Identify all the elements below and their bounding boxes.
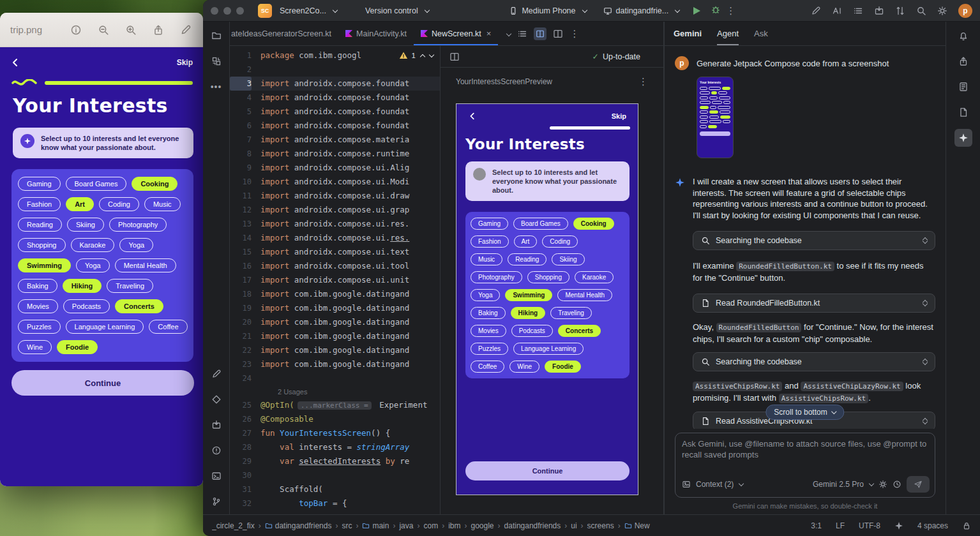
editor-more-icon[interactable]: ⋮	[569, 28, 579, 40]
preview-more-icon[interactable]: ⋮	[638, 76, 648, 87]
interest-chip-reading[interactable]: Reading	[18, 218, 62, 232]
zoom-out-icon[interactable]	[98, 24, 109, 36]
scroll-to-bottom-button[interactable]: Scroll to bottom	[765, 405, 844, 420]
model-selector[interactable]: Gemini 2.5 Pro	[813, 480, 873, 489]
skip-button[interactable]: Skip	[177, 58, 193, 67]
interest-chip-coffee[interactable]: Coffee	[471, 361, 504, 373]
publish-icon[interactable]	[954, 52, 972, 70]
interest-chip-yoga[interactable]: Yoga	[119, 238, 153, 252]
send-button[interactable]	[907, 476, 930, 493]
lock-icon[interactable]	[962, 521, 971, 530]
interest-chip-cooking[interactable]: Cooking	[132, 177, 177, 191]
interest-chip-puzzles[interactable]: Puzzles	[18, 320, 61, 334]
breadcrumb-item[interactable]: java	[399, 521, 413, 530]
interest-chip-coding[interactable]: Coding	[542, 235, 578, 248]
caret-position[interactable]: 3:1	[811, 521, 822, 530]
breadcrumb-item[interactable]: ui	[571, 521, 577, 530]
interest-chip-photography[interactable]: Photography	[109, 218, 167, 232]
breadcrumb-item[interactable]: screens	[587, 521, 614, 530]
breadcrumb-item[interactable]: datingandfriends	[504, 521, 561, 530]
tool-call-search-codebase[interactable]: Searching the codebase	[693, 231, 935, 250]
continue-button[interactable]: Continue	[11, 370, 194, 396]
interest-chip-traveling[interactable]: Traveling	[107, 279, 153, 293]
tab-ask[interactable]: Ask	[754, 22, 768, 45]
project-widget[interactable]: Screen2Co...	[277, 4, 340, 17]
gemini-input-box[interactable]: Context (2) Gemini 2.5 Pro	[675, 433, 935, 498]
interest-chip-reading[interactable]: Reading	[508, 253, 547, 265]
context-selector[interactable]: Context (2)	[696, 480, 743, 489]
more-actions-icon[interactable]: ⋮	[726, 5, 735, 17]
indent-setting[interactable]: 4 spaces	[917, 521, 948, 530]
interest-chip-mental-health[interactable]: Mental Health	[557, 289, 612, 301]
interest-chip-puzzles[interactable]: Puzzles	[471, 343, 508, 355]
interest-chip-music[interactable]: Music	[144, 197, 181, 211]
close-tab-icon[interactable]: ×	[486, 29, 492, 38]
tool-call-search-codebase[interactable]: Searching the codebase	[693, 352, 935, 371]
interest-chip-cooking[interactable]: Cooking	[573, 218, 614, 230]
continue-button[interactable]: Continue	[465, 461, 629, 480]
interest-chip-swimming[interactable]: Swimming	[18, 258, 71, 272]
skip-button[interactable]: Skip	[612, 112, 626, 120]
documentation-icon[interactable]	[954, 78, 972, 96]
split-preview-mode-icon[interactable]	[534, 27, 547, 40]
file-encoding[interactable]: UTF-8	[859, 521, 880, 530]
interest-chip-movies[interactable]: Movies	[471, 325, 506, 337]
prev-problem-icon[interactable]	[420, 54, 425, 59]
terminal-icon[interactable]	[207, 467, 225, 485]
interest-chip-swimming[interactable]: Swimming	[505, 289, 552, 301]
run-configuration[interactable]: datingandfrie...	[601, 4, 682, 17]
markup-pen-icon[interactable]	[180, 24, 192, 36]
editor-list-icon[interactable]	[517, 29, 527, 39]
layout-inspector-icon[interactable]	[811, 6, 821, 16]
debug-button[interactable]	[711, 4, 721, 17]
interest-chip-podcasts[interactable]: Podcasts	[511, 325, 553, 337]
interest-chip-shopping[interactable]: Shopping	[18, 238, 66, 252]
expand-icon[interactable]	[923, 238, 927, 243]
expand-icon[interactable]	[923, 301, 927, 306]
code-editor[interactable]: 1package com.ibm.googl23import androidx.…	[230, 46, 441, 514]
settings-icon[interactable]	[937, 6, 947, 16]
breadcrumb-item[interactable]: main	[362, 521, 389, 530]
info-icon[interactable]	[70, 24, 82, 36]
tool-call-read-file[interactable]: Read RoundedFilledButton.kt	[693, 294, 935, 313]
interest-chip-movies[interactable]: Movies	[18, 299, 58, 313]
interest-chip-coffee[interactable]: Coffee	[149, 320, 187, 334]
gemini-prompt-input[interactable]	[682, 438, 928, 473]
breadcrumb-item[interactable]: ibm	[448, 521, 460, 530]
interest-chip-hiking[interactable]: Hiking	[511, 307, 546, 319]
notifications-icon[interactable]	[954, 27, 972, 45]
interest-chip-gaming[interactable]: Gaming	[18, 177, 61, 191]
interest-chip-concerts[interactable]: Concerts	[115, 299, 163, 313]
task-list-icon[interactable]	[853, 6, 863, 16]
line-ending[interactable]: LF	[836, 521, 845, 530]
interest-chip-karaoke[interactable]: Karaoke	[71, 238, 115, 252]
device-file-explorer-icon[interactable]	[954, 103, 972, 121]
chat-history[interactable]: p Generate Jetpack Compose code from a s…	[665, 46, 946, 429]
interest-chip-baking[interactable]: Baking	[471, 307, 506, 319]
interest-chip-concerts[interactable]: Concerts	[558, 325, 601, 337]
breadcrumb-item[interactable]: com	[423, 521, 438, 530]
interest-chip-shopping[interactable]: Shopping	[527, 271, 569, 283]
screenshot-thumbnail[interactable]: Your Interests	[697, 77, 734, 158]
hidden-tabs-icon[interactable]	[506, 31, 511, 36]
interest-chip-language-learning[interactable]: Language Learning	[513, 343, 584, 355]
gemini-tool-icon[interactable]	[954, 129, 972, 147]
interest-chip-foodie[interactable]: Foodie	[545, 361, 581, 373]
interest-chip-skiing[interactable]: Skiing	[67, 218, 104, 232]
interest-chip-skiing[interactable]: Skiing	[552, 253, 584, 265]
interest-chip-art[interactable]: Art	[514, 235, 538, 248]
interest-chip-board-games[interactable]: Board Games	[513, 218, 568, 230]
interest-chip-gaming[interactable]: Gaming	[471, 218, 508, 230]
interest-chip-hiking[interactable]: Hiking	[63, 279, 102, 293]
attach-image-icon[interactable]	[682, 480, 691, 489]
expand-icon[interactable]	[923, 419, 927, 424]
chat-settings-icon[interactable]	[878, 480, 887, 489]
preview-mode-icon[interactable]	[553, 29, 563, 39]
interest-chip-traveling[interactable]: Traveling	[550, 307, 592, 319]
breadcrumb-item[interactable]: New	[624, 521, 650, 530]
usages-inlay-hint[interactable]: 2 Usages	[230, 385, 440, 398]
more-tool-windows-icon[interactable]: •••	[207, 78, 225, 96]
ai-status-icon[interactable]	[894, 521, 903, 530]
breadcrumb-item[interactable]: datingandfriends	[265, 521, 332, 530]
interest-chip-fashion[interactable]: Fashion	[471, 235, 509, 248]
